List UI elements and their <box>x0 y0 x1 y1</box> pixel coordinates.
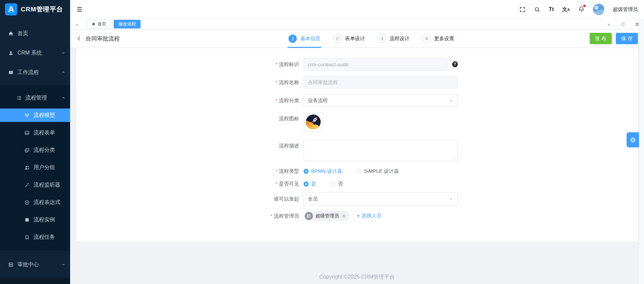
notification-bell-icon[interactable] <box>578 6 585 13</box>
rocket-image <box>306 114 321 130</box>
process-key-input[interactable] <box>304 58 447 71</box>
open-tabs: 首页 修改流程 <box>84 19 602 29</box>
user-group-icon <box>24 165 30 170</box>
server-icon <box>8 262 14 268</box>
sidebar-item-process-form[interactable]: 流程表单 <box>0 126 70 139</box>
save-button[interactable]: 保 存 <box>616 33 638 44</box>
radio-simple-designer[interactable]: SIMPLE 设计器 <box>356 167 399 175</box>
tabs-scroll-right[interactable]: » <box>602 19 616 29</box>
user-avatar[interactable] <box>593 4 604 15</box>
sidebar-item-user-group[interactable]: 用户分组 <box>0 161 70 174</box>
topbar-actions: Tt 文A 超级管理员 <box>519 4 638 15</box>
step-number: 4 <box>422 34 431 43</box>
sidebar-item-process-mgmt[interactable]: 流程管理 <box>0 91 70 104</box>
logo[interactable]: A CRM管理平台 <box>0 0 70 19</box>
chevron-up-icon <box>61 70 65 74</box>
avatar: 超 <box>305 212 313 220</box>
back-nav[interactable]: 合同审批流程 <box>76 35 120 43</box>
admin-tag: 超 超级管理员 <box>304 211 350 221</box>
sidebar-item-process-listener[interactable]: 流程监听器 <box>0 178 70 192</box>
fullscreen-icon[interactable] <box>519 6 526 13</box>
tabs-scroll-left[interactable]: « <box>70 19 84 29</box>
field-label: 是否可见 <box>250 180 304 188</box>
form-row-admin: 流程管理员 超 超级管理员 选择人员 <box>250 211 465 221</box>
tab-edit-process[interactable]: 修改流程 <box>114 20 141 28</box>
app-root: A CRM管理平台 首页 CRM 系统 工作流程 流程管理 <box>0 0 644 284</box>
step-number: 1 <box>288 34 297 43</box>
sidebar-menu: 首页 CRM 系统 工作流程 流程管理 流程模型 <box>0 19 70 284</box>
scrollbar-track[interactable] <box>639 19 644 284</box>
radio-bpmn-designer[interactable]: BPMN 设计器 <box>304 167 342 175</box>
step-number: 3 <box>378 34 386 43</box>
sidebar-item-process-expression[interactable]: 流程表达式 <box>0 196 70 209</box>
workflow-submenu: 流程管理 流程模型 流程表单 流程分类 用户分组 <box>0 85 70 251</box>
sidebar-item-process-model[interactable]: 流程模型 <box>0 109 70 122</box>
process-icon-uploader[interactable] <box>304 112 323 132</box>
step-form-design[interactable]: 2 表单设计 <box>333 34 365 43</box>
sidebar-item-home[interactable]: 首页 <box>0 27 70 40</box>
field-label: 谁可以发起 <box>250 193 304 205</box>
step-process-design[interactable]: 3 流程设计 <box>378 34 410 43</box>
page-header: 合同审批流程 1 基本信息 2 表单设计 3 流程设计 4 更多设置 <box>70 29 644 48</box>
radio-visible-yes[interactable]: 是 <box>304 180 316 188</box>
content: 流程标识 ? 流程名称 流程分类 <box>70 48 644 284</box>
font-size-icon[interactable]: Tt <box>549 6 554 12</box>
field-label: 流程类型 <box>250 167 304 175</box>
field-label: 流程分类 <box>250 94 304 107</box>
chevron-down-icon <box>61 263 65 267</box>
field-label: 流程描述 <box>250 140 304 161</box>
process-form: 流程标识 ? 流程名称 流程分类 <box>250 58 465 221</box>
form-card: 流程标识 ? 流程名称 流程分类 <box>76 48 638 241</box>
radio-visible-no[interactable]: 否 <box>330 180 343 188</box>
sidebar-item-crm-system[interactable]: CRM 系统 <box>0 46 70 60</box>
step-label: 基本信息 <box>300 36 320 42</box>
back-arrow-icon <box>76 36 82 42</box>
refresh-icon <box>621 22 626 27</box>
form-row-name: 流程名称 <box>250 76 465 89</box>
translate-icon[interactable]: 文A <box>562 6 570 13</box>
sidebar-item-workflow[interactable]: 工作流程 <box>0 66 70 79</box>
bookmark-icon <box>24 234 30 240</box>
collapse-sidebar-icon[interactable] <box>76 6 83 13</box>
chevron-down-icon <box>61 51 65 55</box>
form-row-visible: 是否可见 是 否 <box>250 180 465 188</box>
plus-icon <box>356 214 361 218</box>
page-actions: 发 布 保 存 <box>590 33 638 44</box>
step-label: 更多设置 <box>434 36 454 42</box>
sidebar-item-process-category[interactable]: 流程分类 <box>0 143 70 157</box>
step-more-settings[interactable]: 4 更多设置 <box>422 34 454 43</box>
add-person-link[interactable]: 选择人员 <box>356 213 382 219</box>
field-label: 流程图标 <box>250 112 304 132</box>
radio-dot <box>304 169 309 174</box>
process-name-input[interactable] <box>304 76 458 89</box>
main-area: Tt 文A 超级管理员 « 首页 修改流程 <box>70 0 644 284</box>
app-title: CRM管理平台 <box>21 5 63 14</box>
sidebar-item-process-task[interactable]: 流程任务 <box>0 230 70 244</box>
sidebar-item-process-instance[interactable]: 流程实例 <box>0 213 70 226</box>
tab-home[interactable]: 首页 <box>87 20 111 28</box>
description-textarea[interactable] <box>304 140 458 161</box>
close-icon[interactable] <box>342 214 346 218</box>
refresh-tab-button[interactable] <box>616 19 630 29</box>
step-label: 表单设计 <box>345 36 365 42</box>
sidebar-item-approval-center[interactable]: 审批中心 <box>0 258 70 271</box>
resize-handle[interactable] <box>453 157 457 160</box>
compass-icon <box>24 200 30 205</box>
gear-icon <box>630 137 636 143</box>
copy-icon <box>24 147 30 153</box>
sidebar: A CRM管理平台 首页 CRM 系统 工作流程 流程管理 <box>0 0 70 284</box>
book-icon <box>8 70 14 75</box>
user-name[interactable]: 超级管理员 <box>613 6 638 13</box>
page-title: 合同审批流程 <box>86 35 120 43</box>
chevron-up-icon <box>61 96 65 100</box>
settings-fab[interactable] <box>627 132 639 147</box>
user-icon <box>8 50 14 56</box>
category-select[interactable]: 业务流程 <box>304 94 458 107</box>
help-icon[interactable]: ? <box>452 61 458 67</box>
publish-button[interactable]: 发 布 <box>590 33 612 44</box>
form-row-type: 流程类型 BPMN 设计器 SIMPLE 设计器 <box>250 167 465 175</box>
search-icon[interactable] <box>534 6 540 13</box>
step-basic-info[interactable]: 1 基本信息 <box>288 34 320 43</box>
starter-select[interactable]: 全员 <box>304 193 458 205</box>
logo-mark: A <box>5 3 17 15</box>
